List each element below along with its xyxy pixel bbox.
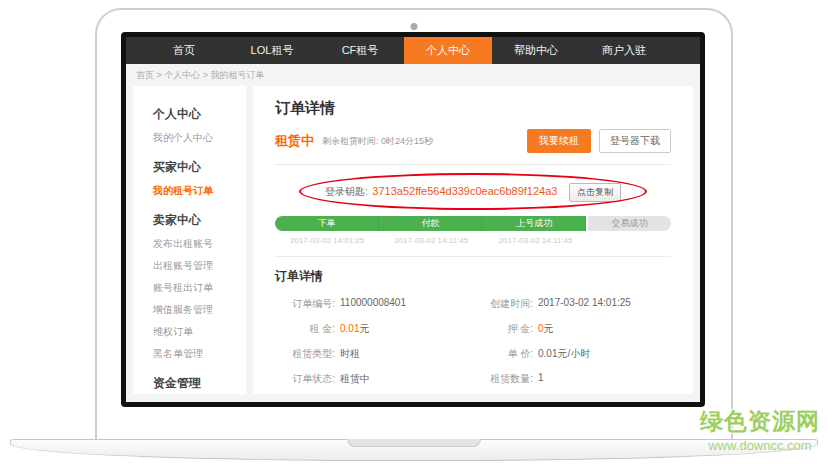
sidebar-section-buyer-center: 买家中心 bbox=[153, 159, 246, 176]
detail-text: 0.01元/小时 bbox=[538, 348, 590, 359]
sidebar-item-account-management[interactable]: 出租账号管理 bbox=[153, 259, 246, 273]
nav-item-cf-rental[interactable]: CF租号 bbox=[316, 37, 404, 64]
detail-text: 时租 bbox=[340, 348, 360, 359]
detail-label: 订单编号: bbox=[275, 297, 335, 311]
action-buttons: 我要续租 登号器下载 bbox=[527, 129, 671, 153]
detail-text: 元 bbox=[544, 323, 554, 334]
webcam-dot bbox=[411, 23, 418, 30]
order-details-right-column: 创建时间: 2017-03-02 14:01:25 押 金: 0元 单 价: 0… bbox=[473, 297, 671, 394]
detail-text: 110000008401 bbox=[340, 297, 406, 308]
progress-step-login-success: 上号成功 bbox=[482, 216, 586, 231]
divider bbox=[275, 164, 671, 165]
progress-time-transaction-success bbox=[588, 236, 671, 245]
status-badge: 租赁中 bbox=[275, 132, 314, 150]
remaining-time-label: 剩余租赁时间: 0时24分15秒 bbox=[322, 135, 433, 148]
laptop-lid: 首页 LOL租号 CF租号 个人中心 帮助中心 商户入驻 首页 > 个人中心 >… bbox=[95, 8, 733, 439]
copy-key-button[interactable]: 点击复制 bbox=[569, 183, 621, 202]
detail-highlight: 0.01 bbox=[340, 323, 359, 334]
nav-item-help-center[interactable]: 帮助中心 bbox=[492, 37, 580, 64]
sidebar: 个人中心 我的个人中心 买家中心 我的租号订单 卖家中心 发布出租账号 出租账号… bbox=[133, 86, 246, 394]
progress-time-login-success: 2017-03-02 14:11:45 bbox=[483, 236, 587, 245]
detail-label: 租赁数量: bbox=[473, 372, 533, 386]
detail-value: 1 bbox=[538, 372, 544, 386]
detail-label: 租 金: bbox=[275, 322, 335, 336]
sidebar-item-publish-account[interactable]: 发布出租账号 bbox=[153, 237, 246, 251]
detail-value: 时租 bbox=[340, 347, 360, 361]
breadcrumb[interactable]: 首页 > 个人中心 > 我的租号订单 bbox=[126, 64, 700, 86]
page-title: 订单详情 bbox=[275, 99, 671, 118]
laptop-screen: 首页 LOL租号 CF租号 个人中心 帮助中心 商户入驻 首页 > 个人中心 >… bbox=[121, 32, 705, 407]
sidebar-item-blacklist-management[interactable]: 黑名单管理 bbox=[153, 347, 246, 361]
detail-row-deposit: 押 金: 0元 bbox=[473, 322, 671, 336]
order-detail-panel: 订单详情 租赁中 剩余租赁时间: 0时24分15秒 我要续租 登号器下载 bbox=[253, 86, 693, 394]
detail-value: 110000008401 bbox=[340, 297, 406, 311]
laptop-base-notch bbox=[347, 439, 481, 447]
order-details-left-column: 订单编号: 110000008401 租 金: 0.01元 租赁类型: 时租 bbox=[275, 297, 473, 394]
order-details-grid: 订单编号: 110000008401 租 金: 0.01元 租赁类型: 时租 bbox=[275, 297, 671, 394]
detail-value: 0.01元 bbox=[340, 322, 369, 336]
progress-step-order-placed: 下单 bbox=[275, 216, 379, 231]
detail-label: 押 金: bbox=[473, 322, 533, 336]
detail-value: 0元 bbox=[538, 322, 554, 336]
detail-label: 订单状态: bbox=[275, 372, 335, 386]
detail-text: 租赁中 bbox=[340, 373, 370, 384]
progress-time-order-placed: 2017-03-02 14:01:25 bbox=[275, 236, 379, 245]
sidebar-item-rented-out-orders[interactable]: 账号租出订单 bbox=[153, 281, 246, 295]
detail-text: 2017-03-02 14:01:25 bbox=[538, 297, 631, 308]
detail-text: 1 bbox=[538, 372, 544, 383]
order-details-section-title: 订单详情 bbox=[275, 268, 671, 285]
nav-item-merchant-entry[interactable]: 商户入驻 bbox=[580, 37, 668, 64]
detail-value: 租赁中 bbox=[340, 372, 370, 386]
login-key-row: 登录钥匙: 3713a52ffe564d339c0eac6b89f124a3 点… bbox=[275, 176, 671, 207]
website-viewport: 首页 LOL租号 CF租号 个人中心 帮助中心 商户入驻 首页 > 个人中心 >… bbox=[126, 37, 700, 402]
top-navbar: 首页 LOL租号 CF租号 个人中心 帮助中心 商户入驻 bbox=[126, 37, 700, 64]
sidebar-item-my-personal-center[interactable]: 我的个人中心 bbox=[153, 131, 246, 145]
detail-row-created-time: 创建时间: 2017-03-02 14:01:25 bbox=[473, 297, 671, 311]
detail-value: 2017-03-02 14:01:25 bbox=[538, 297, 631, 311]
detail-label: 创建时间: bbox=[473, 297, 533, 311]
login-key-value: 3713a52ffe564d339c0eac6b89f124a3 bbox=[372, 185, 557, 197]
renew-button[interactable]: 我要续租 bbox=[527, 129, 591, 153]
sidebar-section-seller-center: 卖家中心 bbox=[153, 212, 246, 229]
nav-item-home[interactable]: 首页 bbox=[140, 37, 228, 64]
progress-step-transaction-success: 交易成功 bbox=[588, 216, 671, 231]
detail-value: 0.01元/小时 bbox=[538, 347, 590, 361]
sidebar-section-personal-center: 个人中心 bbox=[153, 106, 246, 123]
login-tool-download-button[interactable]: 登号器下载 bbox=[599, 129, 671, 153]
progress-time-payment: 2017-03-02 14:11:45 bbox=[379, 236, 483, 245]
detail-row-order-number: 订单编号: 110000008401 bbox=[275, 297, 473, 311]
progress-step-payment: 付款 bbox=[379, 216, 483, 231]
progress-timestamps: 2017-03-02 14:01:25 2017-03-02 14:11:45 … bbox=[275, 236, 671, 245]
status-row: 租赁中 剩余租赁时间: 0时24分15秒 我要续租 登号器下载 bbox=[275, 129, 671, 153]
login-key-label: 登录钥匙: bbox=[325, 186, 368, 197]
content-layout: 个人中心 我的个人中心 买家中心 我的租号订单 卖家中心 发布出租账号 出租账号… bbox=[126, 86, 700, 402]
remaining-label-text: 剩余租赁时间: bbox=[322, 136, 379, 146]
detail-row-order-status: 订单状态: 租赁中 bbox=[275, 372, 473, 386]
detail-row-rental-quantity: 租赁数量: 1 bbox=[473, 372, 671, 386]
detail-row-rent-fee: 租 金: 0.01元 bbox=[275, 322, 473, 336]
detail-label: 单 价: bbox=[473, 347, 533, 361]
divider bbox=[275, 256, 671, 257]
laptop-base bbox=[10, 439, 818, 461]
detail-label: 租赁类型: bbox=[275, 347, 335, 361]
nav-item-lol-rental[interactable]: LOL租号 bbox=[228, 37, 316, 64]
remaining-time-value: 0时24分15秒 bbox=[381, 136, 433, 146]
sidebar-item-value-added-services[interactable]: 增值服务管理 bbox=[153, 303, 246, 317]
detail-row-rental-type: 租赁类型: 时租 bbox=[275, 347, 473, 361]
sidebar-item-my-rental-orders[interactable]: 我的租号订单 bbox=[153, 184, 246, 198]
order-progress-bar: 下单 付款 上号成功 交易成功 bbox=[275, 216, 671, 231]
sidebar-item-rights-protection-orders[interactable]: 维权订单 bbox=[153, 325, 246, 339]
login-key-group: 登录钥匙: 3713a52ffe564d339c0eac6b89f124a3 点… bbox=[317, 176, 629, 207]
detail-row-unit-price: 单 价: 0.01元/小时 bbox=[473, 347, 671, 361]
detail-text: 元 bbox=[359, 323, 369, 334]
sidebar-section-funds-management: 资金管理 bbox=[153, 375, 246, 392]
nav-item-personal-center[interactable]: 个人中心 bbox=[404, 37, 492, 64]
